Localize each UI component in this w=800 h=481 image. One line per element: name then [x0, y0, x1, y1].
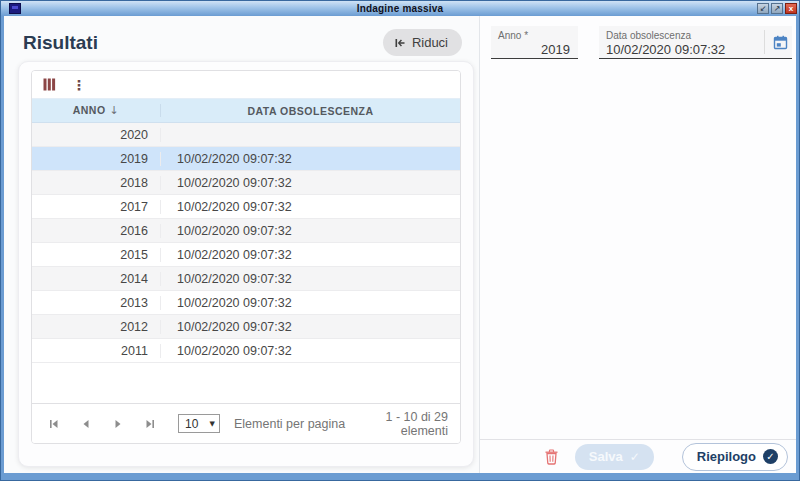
page-size-value: 10	[185, 417, 198, 431]
anno-field[interactable]: Anno * 2019	[491, 26, 578, 59]
column-chooser-button[interactable]	[41, 76, 58, 93]
column-header-data-obsolescenza[interactable]: DATA OBSOLESCENZA	[161, 105, 460, 117]
table-row[interactable]: 201610/02/2020 09:07:32	[32, 219, 460, 243]
pager-prev-button[interactable]	[74, 416, 98, 432]
detail-footer: Salva ✓ Riepilogo ✓	[480, 439, 796, 473]
cell-anno: 2019	[32, 152, 161, 166]
table-row[interactable]: 201310/02/2020 09:07:32	[32, 291, 460, 315]
window-restore-button[interactable]: ↙	[757, 3, 769, 14]
window-controls: ↙ ↗ x	[757, 3, 797, 14]
summary-button[interactable]: Riepilogo ✓	[682, 443, 788, 471]
cell-data-obsolescenza: 10/02/2020 09:07:32	[161, 320, 460, 334]
save-button-label: Salva	[589, 449, 623, 464]
trash-icon	[544, 449, 559, 465]
save-check-icon: ✓	[630, 450, 640, 464]
delete-button[interactable]	[542, 447, 561, 467]
anno-field-value[interactable]: 2019	[491, 41, 578, 57]
calendar-icon	[773, 35, 788, 50]
pager-next-button[interactable]	[106, 416, 130, 432]
results-grid: ⋮ ANNO↓ DATA OBSOLESCENZA 2020201910/02/…	[31, 70, 461, 444]
date-picker-button[interactable]	[764, 30, 788, 54]
results-panel: Risultati Riduci	[4, 16, 480, 473]
cell-data-obsolescenza: 10/02/2020 09:07:32	[161, 296, 460, 310]
cell-anno: 2011	[32, 344, 161, 358]
cell-anno: 2012	[32, 320, 161, 334]
results-card: ⋮ ANNO↓ DATA OBSOLESCENZA 2020201910/02/…	[18, 61, 474, 467]
pager-last-button[interactable]	[138, 416, 162, 432]
app-window: Indagine massiva ↙ ↗ x Risultati Riduci	[0, 0, 800, 481]
table-body: 2020201910/02/2020 09:07:32201810/02/202…	[32, 123, 460, 363]
summary-check-icon: ✓	[763, 449, 778, 464]
table-row[interactable]: 2020	[32, 123, 460, 147]
column-header-anno[interactable]: ANNO↓	[32, 104, 161, 117]
cell-data-obsolescenza: 10/02/2020 09:07:32	[161, 248, 460, 262]
cell-data-obsolescenza: 10/02/2020 09:07:32	[161, 224, 460, 238]
window-title: Indagine massiva	[1, 1, 799, 16]
page-title: Risultati	[23, 32, 98, 54]
window-titlebar[interactable]: Indagine massiva ↙ ↗ x	[1, 1, 799, 16]
table-row[interactable]: 201810/02/2020 09:07:32	[32, 171, 460, 195]
summary-button-label: Riepilogo	[697, 449, 756, 464]
cell-data-obsolescenza: 10/02/2020 09:07:32	[161, 152, 460, 166]
table-row[interactable]: 201910/02/2020 09:07:32	[32, 147, 460, 171]
pager-range-info: 1 - 10 di 29 elementi	[353, 410, 448, 438]
collapse-button[interactable]: Riduci	[383, 29, 462, 56]
cell-anno: 2020	[32, 128, 161, 142]
window-close-button[interactable]: x	[785, 3, 797, 14]
save-button[interactable]: Salva ✓	[575, 444, 654, 470]
cell-anno: 2017	[32, 200, 161, 214]
collapse-left-icon	[394, 37, 406, 49]
data-obsolescenza-field[interactable]: Data obsolescenza 10/02/2020 09:07:32	[599, 26, 792, 59]
cell-anno: 2013	[32, 296, 161, 310]
table-row[interactable]: 201210/02/2020 09:07:32	[32, 315, 460, 339]
page-size-select[interactable]: 10 ▼	[178, 414, 220, 433]
table-row[interactable]: 201110/02/2020 09:07:32	[32, 339, 460, 363]
cell-anno: 2015	[32, 248, 161, 262]
grid-header-row: ANNO↓ DATA OBSOLESCENZA	[32, 98, 460, 123]
grid-pager: 10 ▼ Elementi per pagina 1 - 10 di 29 el…	[32, 403, 460, 443]
collapse-button-label: Riduci	[412, 35, 448, 50]
grid-menu-button[interactable]: ⋮	[70, 77, 88, 93]
window-content: Risultati Riduci	[4, 16, 796, 473]
cell-data-obsolescenza: 10/02/2020 09:07:32	[161, 344, 460, 358]
pager-first-button[interactable]	[42, 416, 66, 432]
grid-toolbar: ⋮	[32, 71, 460, 98]
column-header-anno-label: ANNO	[73, 104, 106, 116]
cell-data-obsolescenza: 10/02/2020 09:07:32	[161, 272, 460, 286]
columns-icon	[43, 78, 56, 91]
cell-anno: 2016	[32, 224, 161, 238]
cell-data-obsolescenza: 10/02/2020 09:07:32	[161, 176, 460, 190]
table-row[interactable]: 201510/02/2020 09:07:32	[32, 243, 460, 267]
page-size-label: Elementi per pagina	[234, 417, 345, 431]
anno-field-label: Anno *	[491, 26, 578, 41]
app-icon	[9, 3, 21, 14]
sort-desc-icon: ↓	[110, 104, 120, 117]
cell-anno: 2014	[32, 272, 161, 286]
table-row[interactable]: 201710/02/2020 09:07:32	[32, 195, 460, 219]
grid-empty-area	[32, 363, 460, 403]
table-row[interactable]: 201410/02/2020 09:07:32	[32, 267, 460, 291]
chevron-down-icon: ▼	[210, 420, 215, 428]
results-header: Risultati Riduci	[4, 16, 479, 56]
kebab-menu-icon: ⋮	[72, 79, 86, 91]
cell-anno: 2018	[32, 176, 161, 190]
detail-panel: Anno * 2019 Data obsolescenza 10/02/2020…	[480, 16, 796, 473]
column-header-data-label: DATA OBSOLESCENZA	[247, 105, 373, 117]
window-maximize-button[interactable]: ↗	[771, 3, 783, 14]
cell-data-obsolescenza: 10/02/2020 09:07:32	[161, 200, 460, 214]
